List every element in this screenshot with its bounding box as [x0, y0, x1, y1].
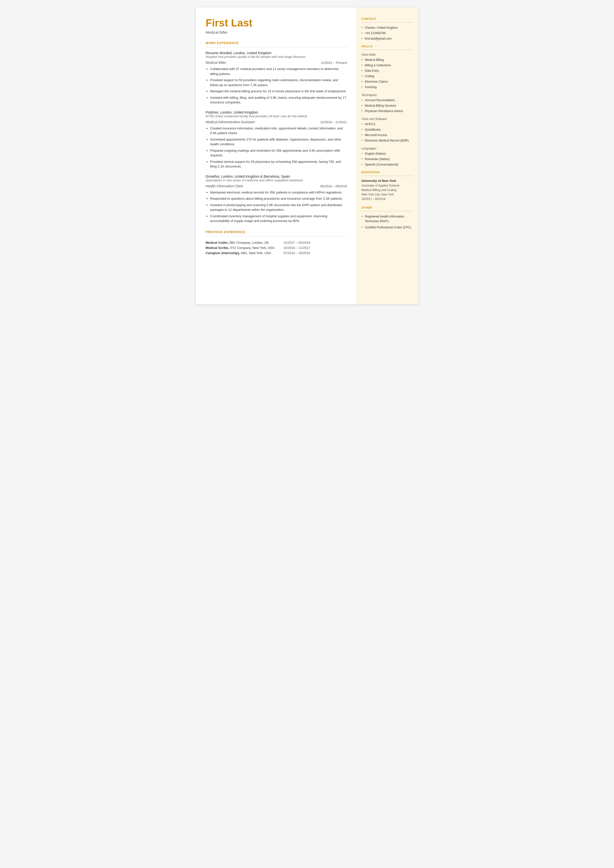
job-row-2: Medical Administrative Assistant 10/2019…: [206, 120, 347, 124]
employer-name-3: Growthsi, London, United Kingdom & Barce…: [206, 174, 347, 179]
prev-exp-dates-1: 12/2017 – 05/2018: [284, 240, 347, 245]
bullet-list-1: Collaborated with 37 medical providers a…: [206, 67, 347, 105]
other-heading: OTHER: [361, 206, 413, 209]
candidate-name: First Last: [206, 17, 347, 29]
contact-heading: CONTACT: [361, 17, 413, 20]
prev-exp-row-1: Medical Coder, ABC Company, London, UK 1…: [206, 240, 347, 245]
edu-dates: 10/2011 - 06/2014: [361, 197, 413, 201]
prev-exp-row-3: Caregiver (Internship), ABC, New York, U…: [206, 250, 347, 256]
tools-label: Tools and Software:: [361, 117, 413, 121]
other-item-2: Certified Professional Coder (CPC).: [361, 225, 413, 230]
edu-school: University of New York: [361, 179, 413, 183]
technique-3: Physician Remittance Advice: [361, 109, 413, 113]
bullet-3-1: Maintained electronic medical records fo…: [210, 190, 347, 195]
job-row-1: Medical Biller 12/2021 – Present: [206, 61, 347, 65]
previous-experience-table: Medical Coder, ABC Company, London, UK 1…: [206, 240, 347, 256]
hard-skills-list: Medical Billing Billing & Collections Da…: [361, 57, 413, 89]
job-title-1: Medical Biller: [206, 61, 226, 65]
prev-exp-dates-3: 07/2014 – 05/2015: [284, 250, 347, 256]
hard-skill-5: Electronic Claims: [361, 79, 413, 84]
job-dates-1: 12/2021 – Present: [321, 61, 347, 65]
skills-heading: SKILLS: [361, 45, 413, 48]
contact-address: Chester, United Kingdom: [361, 25, 413, 30]
skills-divider: [361, 50, 413, 50]
bullet-1-1: Collaborated with 37 medical providers a…: [210, 67, 347, 76]
employer-name-1: Resume Worded, London, United Kingdom: [206, 51, 347, 55]
hard-skill-3: Data Entry: [361, 68, 413, 73]
language-2: Romanian (Native): [361, 157, 413, 161]
employer-desc-1: Hospital that provides quality of life f…: [206, 55, 347, 59]
other-item-1: Registered Health Information Technician…: [361, 214, 413, 224]
techniques-label: Techniques:: [361, 93, 413, 97]
education-divider: [361, 175, 413, 176]
job-dates-2: 10/2019 – 11/2021: [320, 120, 347, 124]
technique-2: Medical Billing Services: [361, 103, 413, 108]
job-block-3: Growthsi, London, United Kingdom & Barce…: [206, 174, 347, 224]
technique-1: Account Reconciliation: [361, 98, 413, 102]
languages-list: English (Native) Romanian (Native) Spani…: [361, 151, 413, 167]
tool-3: Microsoft Access: [361, 133, 413, 137]
tool-4: Electronic Medical Record (EMR): [361, 138, 413, 143]
job-title-2: Medical Administrative Assistant: [206, 120, 255, 124]
job-dates-3: 06/2018 – 09/2019: [320, 184, 347, 188]
job-block-1: Resume Worded, London, United Kingdom Ho…: [206, 51, 347, 105]
bullet-2-2: Scheduled appointments 272 for patients …: [210, 137, 347, 147]
bullet-3-3: Assisted in photocopying and scanning 5.…: [210, 203, 347, 212]
languages-label: Languages:: [361, 147, 413, 150]
candidate-title: Medical Biller: [206, 30, 347, 34]
prev-exp-title-2: Medical Scribe, XYZ Company, New York, U…: [206, 245, 284, 250]
bullet-3-4: Coordinated inventory management of hosp…: [210, 214, 347, 224]
prev-exp-row-2: Medical Scribe, XYZ Company, New York, U…: [206, 245, 347, 250]
work-experience-heading: WORK EXPERIENCE: [206, 41, 347, 45]
bullet-2-3: Prepared outgoing mailings and reminders…: [210, 148, 347, 158]
contact-email: first.last@gmail.com: [361, 36, 413, 41]
techniques-list: Account Reconciliation Medical Billing S…: [361, 98, 413, 113]
hard-skill-6: Invoicing: [361, 85, 413, 89]
prev-exp-title-1: Medical Coder, ABC Company, London, UK: [206, 240, 284, 245]
hard-skills-label: Hard Skills:: [361, 53, 413, 56]
bullet-2-4: Provided clerical support for 29 physici…: [210, 159, 347, 169]
edu-degree: Associate of Applied Science: [361, 183, 413, 188]
tools-list: HCPCS QuickBooks Microsoft Access Electr…: [361, 122, 413, 143]
contact-phone: +44 123456789: [361, 31, 413, 36]
contact-divider: [361, 22, 413, 23]
prev-exp-title-3: Caregiver (Internship), ABC, New York, U…: [206, 250, 284, 256]
resume-page: First Last Medical Biller WORK EXPERIENC…: [196, 8, 419, 304]
work-experience-divider: [206, 47, 347, 48]
other-content: Registered Health Information Technician…: [361, 214, 413, 230]
bullet-3-2: Responded to questions about billing pro…: [210, 196, 347, 201]
hard-skill-4: Coding: [361, 74, 413, 78]
education-heading: EDUCATION: [361, 171, 413, 174]
bullet-list-3: Maintained electronic medical records fo…: [206, 190, 347, 224]
bullet-list-2: Created insurance information, medicatio…: [206, 126, 347, 169]
hard-skill-2: Billing & Collections: [361, 63, 413, 68]
employer-desc-2: NYSE-listed residential facility that pr…: [206, 114, 347, 118]
right-column: CONTACT Chester, United Kingdom +44 1234…: [356, 8, 419, 304]
bullet-1-3: Managed the medical billing process for …: [210, 89, 347, 94]
language-1: English (Native): [361, 151, 413, 156]
job-block-2: Polyhire, London, United Kingdom NYSE-li…: [206, 110, 347, 169]
bullet-2-1: Created insurance information, medicatio…: [210, 126, 347, 136]
bullet-1-4: Assisted with billing, filing, and audit…: [210, 95, 347, 105]
language-3: Spanish (Conversational): [361, 162, 413, 167]
prev-exp-dates-2: 10/2016 – 11/2017: [284, 245, 347, 250]
other-divider: [361, 211, 413, 211]
employer-name-2: Polyhire, London, United Kingdom: [206, 110, 347, 114]
edu-location: New York City, New York: [361, 192, 413, 197]
employer-desc-3: Specializes in rare areas of medicine an…: [206, 179, 347, 182]
bullet-1-2: Provided support to 59 providers regardi…: [210, 78, 347, 87]
tool-1: HCPCS: [361, 122, 413, 126]
previous-experience-heading: PREVIOUS EXPERIENCE: [206, 230, 347, 234]
job-row-3: Health Information Clerk 06/2018 – 09/20…: [206, 184, 347, 188]
left-column: First Last Medical Biller WORK EXPERIENC…: [196, 8, 356, 304]
contact-list: Chester, United Kingdom +44 123456789 fi…: [361, 25, 413, 41]
edu-field: Medical Billing and Coding: [361, 188, 413, 192]
tool-2: QuickBooks: [361, 127, 413, 132]
hard-skill-1: Medical Billing: [361, 57, 413, 62]
job-title-3: Health Information Clerk: [206, 184, 243, 188]
